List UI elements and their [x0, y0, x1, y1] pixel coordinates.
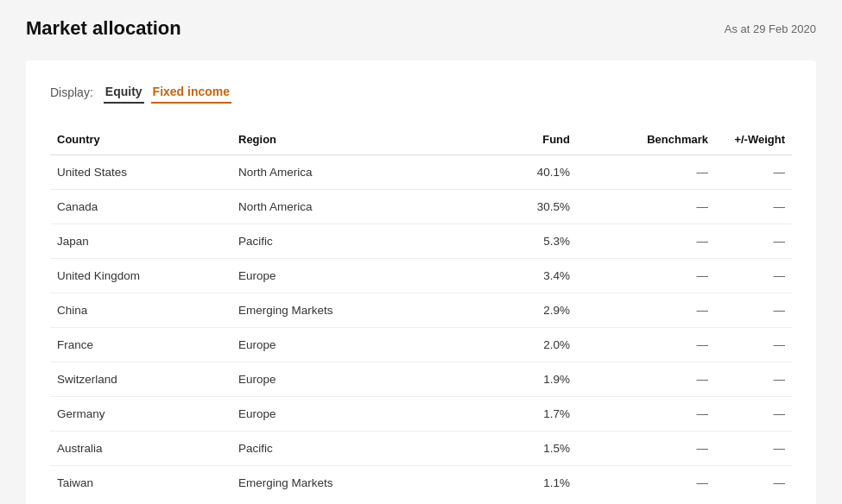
cell-fund: 1.1% [473, 466, 577, 501]
cell-region: Europe [231, 328, 473, 362]
cell-region: Europe [231, 259, 473, 293]
cell-weight: — [715, 397, 792, 432]
cell-weight: — [715, 466, 792, 501]
col-header-region: Region [231, 124, 473, 155]
cell-benchmark: — [577, 155, 715, 190]
table-row: United StatesNorth America40.1%—— [50, 155, 792, 190]
cell-fund: 30.5% [473, 190, 577, 224]
cell-fund: 2.9% [473, 293, 577, 328]
cell-benchmark: — [577, 362, 715, 397]
cell-weight: — [715, 328, 792, 362]
table-row: FranceEurope2.0%—— [50, 328, 792, 362]
table-row: ChinaEmerging Markets2.9%—— [50, 293, 792, 328]
cell-region: North America [231, 155, 473, 190]
main-card: Display: Equity Fixed income Country Reg… [26, 60, 816, 504]
cell-weight: — [715, 293, 792, 328]
col-header-benchmark: Benchmark [577, 124, 715, 155]
table-row: SwitzerlandEurope1.9%—— [50, 362, 792, 397]
cell-region: Pacific [231, 432, 473, 466]
cell-fund: 5.3% [473, 224, 577, 259]
col-header-weight: +/-Weight [715, 124, 792, 155]
cell-benchmark: — [577, 432, 715, 466]
cell-benchmark: — [577, 224, 715, 259]
cell-region: Emerging Markets [231, 466, 473, 501]
table-row: JapanPacific5.3%—— [50, 224, 792, 259]
cell-weight: — [715, 432, 792, 466]
cell-benchmark: — [577, 397, 715, 432]
cell-benchmark: — [577, 328, 715, 362]
cell-weight: — [715, 155, 792, 190]
cell-benchmark: — [577, 190, 715, 224]
cell-region: Europe [231, 362, 473, 397]
cell-fund: 1.7% [473, 397, 577, 432]
table-row: GermanyEurope1.7%—— [50, 397, 792, 432]
cell-fund: 40.1% [473, 155, 577, 190]
table-row: CanadaNorth America30.5%—— [50, 190, 792, 224]
cell-benchmark: — [577, 466, 715, 501]
page-title: Market allocation [26, 17, 181, 40]
cell-country: United Kingdom [50, 259, 231, 293]
cell-country: China [50, 293, 231, 328]
cell-benchmark: — [577, 293, 715, 328]
cell-weight: — [715, 224, 792, 259]
cell-country: Taiwan [50, 466, 231, 501]
cell-fund: 1.9% [473, 362, 577, 397]
table-row: AustraliaPacific1.5%—— [50, 432, 792, 466]
cell-region: North America [231, 190, 473, 224]
allocation-table: Country Region Fund Benchmark +/-Weight … [50, 124, 792, 500]
table-header-row: Country Region Fund Benchmark +/-Weight [50, 124, 792, 155]
cell-region: Pacific [231, 224, 473, 259]
display-toggle-row: Display: Equity Fixed income [50, 81, 792, 104]
cell-fund: 3.4% [473, 259, 577, 293]
cell-country: France [50, 328, 231, 362]
cell-country: Japan [50, 224, 231, 259]
cell-weight: — [715, 259, 792, 293]
display-label: Display: [50, 85, 93, 99]
cell-country: Canada [50, 190, 231, 224]
cell-region: Europe [231, 397, 473, 432]
col-header-country: Country [50, 124, 231, 155]
col-header-fund: Fund [473, 124, 577, 155]
cell-country: Germany [50, 397, 231, 432]
tab-equity[interactable]: Equity [104, 81, 144, 104]
cell-weight: — [715, 190, 792, 224]
cell-region: Emerging Markets [231, 293, 473, 328]
cell-weight: — [715, 362, 792, 397]
table-row: TaiwanEmerging Markets1.1%—— [50, 466, 792, 501]
cell-fund: 2.0% [473, 328, 577, 362]
tab-fixed-income[interactable]: Fixed income [151, 81, 231, 104]
cell-country: United States [50, 155, 231, 190]
as-at-date: As at 29 Feb 2020 [725, 22, 816, 35]
cell-country: Switzerland [50, 362, 231, 397]
cell-country: Australia [50, 432, 231, 466]
cell-benchmark: — [577, 259, 715, 293]
table-row: United KingdomEurope3.4%—— [50, 259, 792, 293]
cell-fund: 1.5% [473, 432, 577, 466]
